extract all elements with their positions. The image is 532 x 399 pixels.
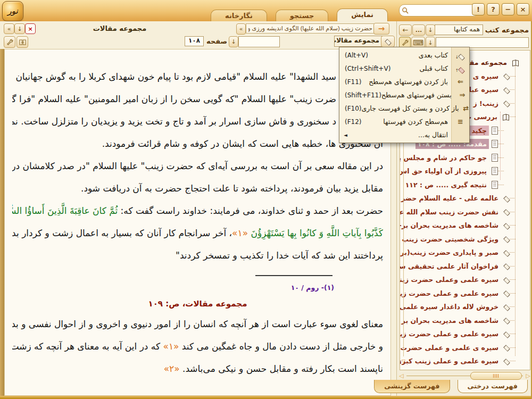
doc-icon bbox=[492, 181, 498, 189]
quick-search[interactable] bbox=[399, 4, 479, 16]
split-window-button[interactable] bbox=[16, 36, 28, 48]
tree-item-label: سیره عبا bbox=[467, 85, 501, 95]
close-button[interactable]: × bbox=[517, 3, 529, 15]
menu-item-label: هم‌سطح کردن فهرستها bbox=[383, 118, 448, 126]
book-icon bbox=[503, 195, 510, 202]
index-tab-0[interactable]: فهرست درختی bbox=[458, 380, 528, 393]
menu-item-3[interactable]: ⇒بستن فهرستهای هم‌سطح(Shift+F11) bbox=[339, 88, 469, 102]
page-jump-input[interactable] bbox=[238, 36, 280, 47]
menu-item-5[interactable]: ≡هم‌سطح کردن فهرستها(F12) bbox=[339, 115, 469, 128]
tab-1[interactable]: جستجو bbox=[276, 10, 328, 21]
doc-icon bbox=[492, 127, 498, 135]
minimize-button[interactable]: − bbox=[502, 3, 514, 15]
settings-wrench-button[interactable] bbox=[4, 36, 15, 48]
tree-item[interactable]: عالمه علی - علیه السلام حضر bbox=[400, 192, 530, 205]
dropdown-button[interactable]: ↓ bbox=[14, 23, 25, 34]
scroll-right-icon[interactable]: ▷ bbox=[526, 372, 530, 379]
tree-item-label: پیروزی از آن اولیاء حق اس bbox=[400, 166, 489, 176]
close-book-button[interactable]: × bbox=[25, 23, 36, 34]
back-button[interactable]: ← bbox=[399, 24, 412, 36]
main-tabs: نگارخانهجستجونمایش bbox=[202, 9, 388, 21]
book-combo[interactable]: مجموعه مقالات bbox=[334, 36, 383, 47]
logo-text: نور bbox=[7, 6, 18, 16]
text-segment: د سخنوری و فاش سازی اسرار بر آمد و تاج و… bbox=[12, 116, 336, 127]
tab-2[interactable]: نمایش bbox=[337, 9, 388, 21]
tree-item[interactable]: نتیجه گیری ..... ص : ۱۱۲ bbox=[400, 178, 530, 192]
tree-item-label: فراخوان آثار علمی تحقیقی سی bbox=[400, 261, 501, 271]
app-logo-icon[interactable]: نور bbox=[2, 1, 23, 21]
book-icon bbox=[385, 38, 391, 45]
text-segment: ، آخر سرانجام کار آنان که بسیار به اعمال… bbox=[12, 228, 232, 238]
book-icon bbox=[503, 304, 510, 310]
collapse-pane-button[interactable]: « bbox=[4, 23, 14, 34]
context-menu: ↓کتاب بعدی(Alt+V)↑کتاب قبلی(Ctrl+Shift+V… bbox=[339, 47, 470, 143]
help-button[interactable]: ? bbox=[487, 3, 500, 15]
book-icon bbox=[503, 263, 510, 269]
menu-item-2[interactable]: ⇐باز کردن فهرستهای هم‌سطح(F11) bbox=[339, 75, 469, 88]
scroll-down-icon[interactable]: ▽ bbox=[400, 359, 407, 364]
scope-dropdown-button[interactable]: ↓ bbox=[426, 24, 435, 36]
tree-item-label: شاخصه های مدیریت بحران بر - bbox=[400, 315, 501, 326]
page-header-109: مجموعه مقالات، ص: ۱۰۹ bbox=[12, 299, 383, 309]
book-icon bbox=[503, 100, 510, 106]
tree-item-label: صبر و پایداری حضرت زینب(بر bbox=[400, 247, 501, 257]
book-icon bbox=[503, 344, 510, 351]
menu-item-0[interactable]: ↓کتاب بعدی(Alt+V) bbox=[339, 48, 469, 62]
tree-item[interactable]: سیره علمی و عملی حضرت زینه bbox=[400, 327, 530, 341]
tree-filter-input[interactable] bbox=[436, 37, 529, 48]
marker-text: «۱» bbox=[232, 228, 248, 238]
tree-item[interactable]: جو حاکم در شام و مجلس یز bbox=[400, 151, 530, 165]
tree-item[interactable]: صبر و پایداری حضرت زینب(بر bbox=[400, 246, 530, 260]
menu-item-4[interactable]: ⇄باز کردن و بستن کل فهرست جاری(F10) bbox=[339, 102, 469, 115]
menu-item-1[interactable]: ↑کتاب قبلی(Ctrl+Shift+V) bbox=[339, 62, 469, 75]
book-title-field[interactable] bbox=[246, 23, 375, 34]
tree-item[interactable]: سیره ی علمی و عملی حضرت ز؛ bbox=[400, 341, 530, 355]
scroll-left-icon[interactable]: ◁ bbox=[399, 372, 403, 379]
doc-icon bbox=[492, 140, 498, 148]
book-title-label: مجموعه مقالات bbox=[74, 24, 165, 32]
menu-item-6[interactable]: انتقال به...◄ bbox=[339, 128, 469, 142]
bottom-window-edge bbox=[0, 396, 532, 399]
tree-item[interactable]: سیره علمی و عملی حضرت زینه bbox=[400, 287, 530, 301]
menu-shortcut: (Shift+F11) bbox=[345, 92, 381, 99]
tree-item[interactable]: سیره علمی وعملی حضرت زینه bbox=[400, 273, 530, 287]
tree-item[interactable]: ویژگی شخصیتی حضرت زینب bbox=[400, 232, 530, 246]
body-text-2: معنای لغوی سوء عبارت است از هر آنچه که ا… bbox=[12, 313, 383, 380]
text-segment: در این مقاله سعی بر آن است به بررسی آیه‌… bbox=[12, 161, 383, 171]
tree-item-label: ویژگی شخصیتی حضرت زینب bbox=[400, 234, 501, 244]
scope-combo[interactable]: همه کتابها bbox=[435, 24, 483, 35]
menu-shortcut: (F10) bbox=[345, 105, 362, 112]
tree-item[interactable]: شاخصه های مدیریت بحران بر- bbox=[400, 219, 530, 232]
index-tabs: فهرست درختیفهرست گزینشی bbox=[397, 380, 532, 395]
tree-item[interactable]: خروش لاله داغدار سیره علمی و bbox=[400, 300, 530, 314]
body-text: سید الشهدا" علیه السلام "قیامی لازم بود … bbox=[12, 65, 383, 267]
page-label: صفحه bbox=[206, 37, 227, 45]
tree-item-label: سیره ی علمی و عملی حضرت ز؛ bbox=[400, 343, 501, 353]
book-icon-button[interactable] bbox=[381, 36, 395, 47]
tree-item[interactable]: شاخصه های مدیریت بحران بر - bbox=[400, 314, 530, 328]
menu-item-label: بستن فهرستهای هم‌سطح bbox=[381, 91, 452, 99]
tree-item[interactable]: فراخوان آثار علمی تحقیقی سی bbox=[400, 260, 530, 273]
more-button[interactable]: ... bbox=[412, 24, 425, 36]
tree-item-label: سیره علمی و عملی حضرت زینه bbox=[400, 329, 501, 339]
expand-title-button[interactable]: « bbox=[236, 23, 246, 35]
book-icon bbox=[503, 277, 510, 283]
titlebar: نور !?−× نگارخانهجستجونمایش bbox=[0, 0, 532, 22]
tree-horizontal-scrollbar[interactable]: ◁ ▷ bbox=[399, 371, 530, 380]
text-segment: مقابل یزید بیان فرمودند، پرداخته شود تا … bbox=[81, 183, 383, 194]
index-tab-1[interactable]: فهرست گزینشی bbox=[374, 380, 450, 393]
feedback-button[interactable]: ! bbox=[472, 3, 485, 15]
text-segment: سید الشهدا" علیه السلام "قیامی لازم بود … bbox=[15, 71, 336, 82]
page-number-box[interactable]: ۱۰۸ bbox=[185, 36, 204, 46]
book-icon bbox=[503, 209, 510, 215]
menu-item-label: باز کردن و بستن کل فهرست جاری bbox=[362, 104, 459, 112]
go-forward-button[interactable]: → bbox=[373, 23, 389, 35]
tree-item[interactable]: سیره علمی و عملی زینب کبری bbox=[400, 354, 530, 368]
text-line: مقابل یزید بیان فرمودند، پرداخته شود تا … bbox=[12, 177, 383, 200]
tree-item[interactable]: پیروزی از آن اولیاء حق اس bbox=[400, 164, 530, 178]
text-segment: ناپسند است بکار رفته و مقابل حسن و نیکی … bbox=[180, 363, 383, 374]
tree-item[interactable]: نقش حضرت زینب سلام الله عل bbox=[400, 205, 530, 219]
tab-0[interactable]: نگارخانه bbox=[211, 10, 267, 21]
page-dropdown-button[interactable]: ↓ bbox=[229, 36, 238, 47]
hscroll-thumb[interactable] bbox=[470, 372, 522, 380]
